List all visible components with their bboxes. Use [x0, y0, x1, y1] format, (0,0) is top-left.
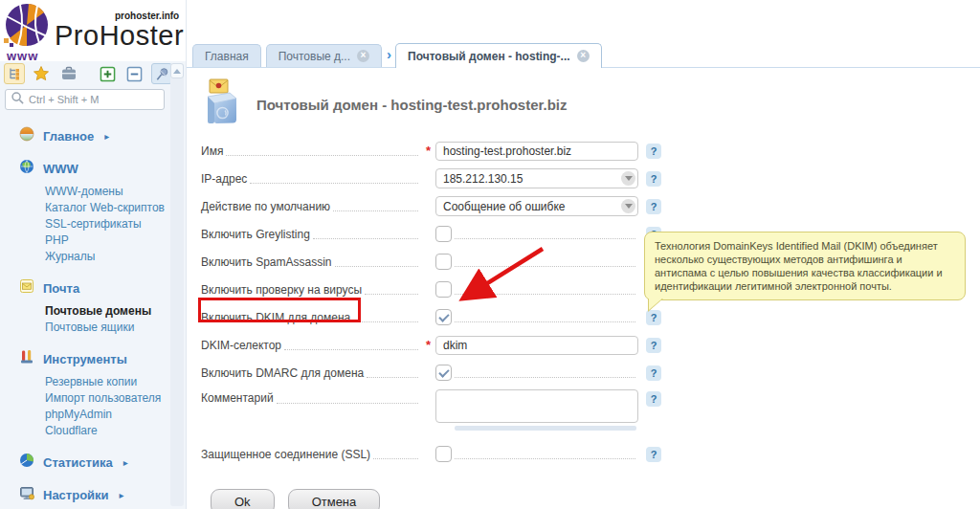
- help-icon[interactable]: ?: [646, 144, 661, 159]
- section-label: Инструменты: [43, 352, 127, 366]
- pin-button[interactable]: [151, 63, 172, 84]
- field-label: Включить SpamAssassin: [201, 255, 332, 269]
- tooltip-text: Технология DomainKeys Identified Mail (D…: [655, 240, 943, 292]
- form-row-dmarc: Включить DMARC для домена ?: [201, 359, 980, 387]
- remove-button[interactable]: [124, 63, 145, 84]
- sidebar-item-mailboxes[interactable]: Почтовые ящики: [45, 320, 172, 336]
- search-input[interactable]: [29, 94, 144, 105]
- virus-check-checkbox[interactable]: [435, 281, 452, 298]
- briefcase-button[interactable]: [58, 63, 78, 84]
- search-icon: [11, 91, 25, 109]
- sidebar-item-cloudflare[interactable]: Cloudflare: [45, 423, 172, 439]
- sidebar-section-settings: Настройки ▸: [0, 485, 172, 504]
- home-icon: [19, 126, 34, 145]
- help-icon[interactable]: ?: [646, 365, 661, 381]
- tab-label: Почтовый домен - hosting-...: [408, 50, 570, 63]
- leader-dots: [455, 266, 635, 267]
- tab-separator-icon: ›: [387, 46, 391, 62]
- sidebar-menu: Главное ▸ WWW WWW-домены Каталог Web-скр…: [0, 113, 172, 504]
- mail-icon: [19, 278, 34, 298]
- dkim-tooltip: Технология DomainKeys Identified Mail (D…: [644, 232, 966, 300]
- dmarc-checkbox[interactable]: [435, 365, 452, 381]
- leader-dots: [313, 238, 418, 239]
- sidebar-item-www-domains[interactable]: WWW-домены: [45, 184, 172, 200]
- sidebar-scrollbar[interactable]: [170, 63, 184, 506]
- greylisting-checkbox[interactable]: [435, 226, 452, 242]
- sidebar-item-user-import[interactable]: Импорт пользователя: [45, 390, 172, 407]
- cancel-button[interactable]: Отмена: [288, 489, 381, 509]
- sidebar-item-php[interactable]: PHP: [45, 232, 172, 249]
- sidebar-item-phpmyadmin[interactable]: phpMyAdmin: [45, 407, 172, 423]
- ok-button[interactable]: Ok: [211, 489, 275, 509]
- sidebar-item-mail-domains[interactable]: Почтовые домены: [45, 303, 172, 320]
- comment-textarea[interactable]: [435, 389, 638, 423]
- add-button[interactable]: [97, 63, 117, 84]
- help-icon[interactable]: ?: [646, 447, 661, 462]
- select-value: Сообщение об ошибке: [443, 200, 565, 213]
- globe-icon: [19, 159, 34, 178]
- help-icon[interactable]: ?: [646, 171, 661, 187]
- sidebar-item-logs[interactable]: Журналы: [45, 249, 172, 265]
- form-row-name: Имя * ?: [201, 137, 980, 165]
- chevron-right-icon: ▸: [123, 457, 128, 468]
- form-row-comment: Комментарий ?: [201, 387, 980, 434]
- leader-dots: [367, 377, 418, 378]
- name-input[interactable]: [435, 142, 638, 161]
- spamassassin-checkbox[interactable]: [435, 254, 452, 270]
- leader-dots: [455, 321, 635, 322]
- close-icon[interactable]: ×: [357, 50, 369, 62]
- leader-dots: [365, 294, 418, 295]
- ssl-checkbox[interactable]: [435, 446, 452, 462]
- favorites-star-button[interactable]: [32, 63, 52, 84]
- tab-bar: Главная Почтовые д... × › Почтовый домен…: [187, 43, 980, 68]
- field-label: Включить DKIM для домена: [201, 311, 350, 324]
- sidebar-item-stats[interactable]: Статистика ▸: [0, 453, 172, 472]
- required-asterisk: *: [421, 338, 435, 352]
- tab-home[interactable]: Главная: [192, 44, 261, 67]
- default-action-select[interactable]: Сообщение об ошибке: [435, 196, 638, 216]
- leader-dots: [353, 321, 418, 322]
- tab-mail-domains[interactable]: Почтовые д... ×: [266, 44, 382, 67]
- sidebar-item-settings[interactable]: Настройки ▸: [0, 485, 172, 504]
- chevron-down-icon: [621, 199, 635, 213]
- help-icon[interactable]: ?: [646, 199, 661, 214]
- dkim-checkbox[interactable]: [435, 309, 452, 325]
- sidebar-item-main[interactable]: Главное ▸: [0, 126, 172, 145]
- field-label: Включить Greylisting: [201, 228, 310, 241]
- field-label: Имя: [201, 144, 223, 158]
- scroll-up-button[interactable]: [170, 63, 184, 78]
- sidebar-item-tools[interactable]: Инструменты: [0, 349, 172, 368]
- brand-name-text: ProHoster: [55, 20, 184, 52]
- form-row-ssl: Защищенное соединение (SSL) ?: [201, 440, 980, 468]
- field-label: Включить проверку на вирусы: [201, 283, 362, 297]
- section-label: Почта: [43, 281, 79, 296]
- chevron-right-icon: ▸: [104, 131, 109, 142]
- mailbox-icon: [201, 78, 243, 130]
- section-label: Статистика: [43, 455, 113, 470]
- settings-icon: [19, 485, 34, 504]
- leader-dots: [250, 183, 418, 184]
- section-label: Главное: [43, 129, 94, 144]
- sidebar-section-stats: Статистика ▸: [0, 453, 172, 472]
- logo-area: www prohoster.info ProHoster: [0, 0, 186, 61]
- select-value: 185.212.130.15: [443, 172, 523, 186]
- sidebar-item-ssl-certificates[interactable]: SSL-сертификаты: [45, 216, 172, 232]
- textarea-scrollbar[interactable]: [455, 426, 636, 431]
- help-icon[interactable]: ?: [646, 391, 661, 407]
- leader-dots: [455, 294, 635, 295]
- field-label: Включить DMARC для домена: [201, 366, 364, 380]
- tab-mail-domain-edit[interactable]: Почтовый домен - hosting-... ×: [395, 43, 602, 68]
- sidebar-item-web-scripts[interactable]: Каталог Web-скриптов: [45, 200, 172, 216]
- sidebar-item-backups[interactable]: Резервные копии: [45, 374, 172, 390]
- close-icon[interactable]: ×: [577, 50, 590, 62]
- form-row-dkim-selector: DKIM-селектор * ?: [201, 331, 980, 359]
- dkim-selector-input[interactable]: [435, 336, 638, 355]
- tree-view-button[interactable]: [4, 63, 25, 84]
- sidebar-item-www[interactable]: WWW: [0, 159, 172, 178]
- help-icon[interactable]: ?: [646, 338, 661, 353]
- ip-address-select[interactable]: 185.212.130.15: [435, 168, 638, 188]
- tools-icon: [19, 349, 34, 368]
- sidebar-item-mail[interactable]: Почта: [0, 278, 172, 298]
- form-row-default-action: Действие по умолчанию Сообщение об ошибк…: [201, 192, 980, 220]
- sidebar-search[interactable]: [5, 89, 165, 110]
